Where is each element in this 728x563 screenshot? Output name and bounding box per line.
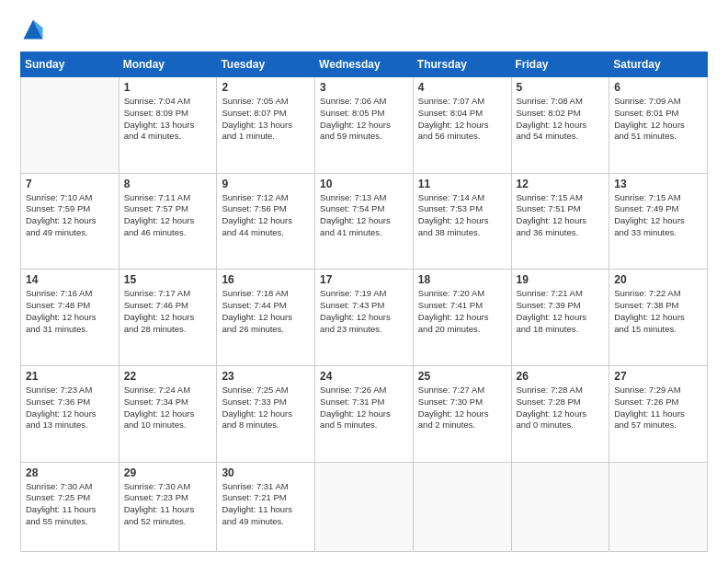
day-info: Sunrise: 7:12 AM Sunset: 7:56 PM Dayligh… [222, 192, 310, 239]
day-number: 24 [320, 370, 408, 383]
calendar-cell: 2Sunrise: 7:05 AM Sunset: 8:07 PM Daylig… [217, 77, 315, 174]
day-info: Sunrise: 7:09 AM Sunset: 8:01 PM Dayligh… [614, 96, 702, 143]
day-info: Sunrise: 7:25 AM Sunset: 7:33 PM Dayligh… [222, 385, 310, 431]
calendar-table: SundayMondayTuesdayWednesdayThursdayFrid… [20, 52, 708, 552]
calendar-week-row: 7Sunrise: 7:10 AM Sunset: 7:59 PM Daylig… [21, 173, 708, 270]
day-number: 30 [222, 466, 310, 479]
day-number: 2 [222, 81, 310, 94]
calendar-cell: 28Sunrise: 7:30 AM Sunset: 7:25 PM Dayli… [21, 462, 119, 551]
calendar-cell: 23Sunrise: 7:25 AM Sunset: 7:33 PM Dayli… [217, 365, 315, 462]
weekday-header-friday: Friday [511, 52, 609, 77]
day-number: 7 [26, 178, 114, 190]
day-number: 12 [517, 178, 605, 190]
weekday-header-thursday: Thursday [413, 52, 511, 77]
calendar-cell: 9Sunrise: 7:12 AM Sunset: 7:56 PM Daylig… [217, 173, 315, 270]
day-info: Sunrise: 7:10 AM Sunset: 7:59 PM Dayligh… [26, 192, 114, 239]
weekday-header-tuesday: Tuesday [217, 52, 315, 77]
calendar-cell: 15Sunrise: 7:17 AM Sunset: 7:46 PM Dayli… [119, 270, 217, 366]
day-number: 23 [222, 370, 310, 383]
calendar-cell [21, 77, 119, 174]
calendar-cell: 27Sunrise: 7:29 AM Sunset: 7:26 PM Dayli… [609, 365, 708, 462]
day-number: 18 [418, 273, 506, 286]
day-number: 15 [124, 273, 212, 286]
day-info: Sunrise: 7:08 AM Sunset: 8:02 PM Dayligh… [517, 96, 605, 143]
day-number: 14 [26, 273, 114, 286]
day-number: 16 [222, 273, 310, 286]
day-info: Sunrise: 7:26 AM Sunset: 7:31 PM Dayligh… [320, 385, 408, 431]
day-number: 8 [124, 178, 212, 190]
day-number: 10 [320, 178, 408, 190]
calendar-cell: 19Sunrise: 7:21 AM Sunset: 7:39 PM Dayli… [511, 270, 609, 366]
page: SundayMondayTuesdayWednesdayThursdayFrid… [0, 0, 728, 563]
day-number: 6 [614, 81, 702, 94]
day-info: Sunrise: 7:22 AM Sunset: 7:38 PM Dayligh… [614, 288, 702, 335]
day-number: 13 [614, 178, 702, 190]
day-info: Sunrise: 7:06 AM Sunset: 8:05 PM Dayligh… [320, 96, 408, 143]
day-info: Sunrise: 7:05 AM Sunset: 8:07 PM Dayligh… [222, 96, 310, 143]
calendar-header-row: SundayMondayTuesdayWednesdayThursdayFrid… [21, 52, 708, 77]
day-number: 29 [124, 466, 212, 479]
calendar-week-row: 21Sunrise: 7:23 AM Sunset: 7:36 PM Dayli… [21, 365, 708, 462]
header [20, 17, 708, 42]
calendar-cell: 4Sunrise: 7:07 AM Sunset: 8:04 PM Daylig… [413, 77, 511, 174]
calendar-week-row: 1Sunrise: 7:04 AM Sunset: 8:09 PM Daylig… [21, 77, 708, 174]
day-info: Sunrise: 7:04 AM Sunset: 8:09 PM Dayligh… [124, 96, 212, 143]
weekday-header-sunday: Sunday [21, 52, 119, 77]
calendar-cell [413, 462, 511, 551]
day-info: Sunrise: 7:21 AM Sunset: 7:39 PM Dayligh… [517, 288, 605, 335]
calendar-cell: 20Sunrise: 7:22 AM Sunset: 7:38 PM Dayli… [609, 270, 708, 366]
day-info: Sunrise: 7:30 AM Sunset: 7:25 PM Dayligh… [26, 481, 114, 528]
day-info: Sunrise: 7:23 AM Sunset: 7:36 PM Dayligh… [26, 385, 114, 431]
calendar-cell: 7Sunrise: 7:10 AM Sunset: 7:59 PM Daylig… [21, 173, 119, 270]
day-number: 17 [320, 273, 408, 286]
day-number: 21 [26, 370, 114, 383]
day-number: 27 [614, 370, 702, 383]
day-number: 3 [320, 81, 408, 94]
day-info: Sunrise: 7:15 AM Sunset: 7:49 PM Dayligh… [614, 192, 702, 239]
day-number: 9 [222, 178, 310, 190]
calendar-cell: 30Sunrise: 7:31 AM Sunset: 7:21 PM Dayli… [217, 462, 315, 551]
day-info: Sunrise: 7:30 AM Sunset: 7:23 PM Dayligh… [124, 481, 212, 528]
calendar-cell: 11Sunrise: 7:14 AM Sunset: 7:53 PM Dayli… [413, 173, 511, 270]
calendar-week-row: 28Sunrise: 7:30 AM Sunset: 7:25 PM Dayli… [21, 462, 708, 551]
calendar-cell: 24Sunrise: 7:26 AM Sunset: 7:31 PM Dayli… [315, 365, 414, 462]
day-number: 5 [517, 81, 605, 94]
calendar-cell: 6Sunrise: 7:09 AM Sunset: 8:01 PM Daylig… [609, 77, 708, 174]
calendar-cell [511, 462, 609, 551]
day-info: Sunrise: 7:20 AM Sunset: 7:41 PM Dayligh… [418, 288, 506, 335]
calendar-cell: 22Sunrise: 7:24 AM Sunset: 7:34 PM Dayli… [119, 365, 217, 462]
calendar-cell: 5Sunrise: 7:08 AM Sunset: 8:02 PM Daylig… [511, 77, 609, 174]
day-info: Sunrise: 7:24 AM Sunset: 7:34 PM Dayligh… [124, 385, 212, 431]
weekday-header-saturday: Saturday [609, 52, 708, 77]
day-number: 25 [418, 370, 506, 383]
day-number: 1 [124, 81, 212, 94]
day-info: Sunrise: 7:15 AM Sunset: 7:51 PM Dayligh… [517, 192, 605, 239]
day-number: 28 [26, 466, 114, 479]
calendar-cell [609, 462, 708, 551]
weekday-header-wednesday: Wednesday [315, 52, 414, 77]
day-info: Sunrise: 7:19 AM Sunset: 7:43 PM Dayligh… [320, 288, 408, 335]
logo [20, 17, 48, 42]
day-info: Sunrise: 7:29 AM Sunset: 7:26 PM Dayligh… [614, 385, 702, 431]
day-info: Sunrise: 7:07 AM Sunset: 8:04 PM Dayligh… [418, 96, 506, 143]
calendar-cell: 16Sunrise: 7:18 AM Sunset: 7:44 PM Dayli… [217, 270, 315, 366]
day-number: 22 [124, 370, 212, 383]
day-number: 20 [614, 273, 702, 286]
day-info: Sunrise: 7:27 AM Sunset: 7:30 PM Dayligh… [418, 385, 506, 431]
calendar-cell: 14Sunrise: 7:16 AM Sunset: 7:48 PM Dayli… [21, 270, 119, 366]
day-number: 11 [418, 178, 506, 190]
weekday-header-monday: Monday [119, 52, 217, 77]
day-info: Sunrise: 7:28 AM Sunset: 7:28 PM Dayligh… [517, 385, 605, 431]
calendar-cell: 26Sunrise: 7:28 AM Sunset: 7:28 PM Dayli… [511, 365, 609, 462]
calendar-cell: 12Sunrise: 7:15 AM Sunset: 7:51 PM Dayli… [511, 173, 609, 270]
calendar-cell: 18Sunrise: 7:20 AM Sunset: 7:41 PM Dayli… [413, 270, 511, 366]
calendar-cell: 21Sunrise: 7:23 AM Sunset: 7:36 PM Dayli… [21, 365, 119, 462]
day-number: 4 [418, 81, 506, 94]
calendar-cell: 29Sunrise: 7:30 AM Sunset: 7:23 PM Dayli… [119, 462, 217, 551]
calendar-cell [315, 462, 414, 551]
calendar-cell: 8Sunrise: 7:11 AM Sunset: 7:57 PM Daylig… [119, 173, 217, 270]
calendar-cell: 3Sunrise: 7:06 AM Sunset: 8:05 PM Daylig… [315, 77, 414, 174]
day-info: Sunrise: 7:17 AM Sunset: 7:46 PM Dayligh… [124, 288, 212, 335]
day-info: Sunrise: 7:31 AM Sunset: 7:21 PM Dayligh… [222, 481, 310, 528]
calendar-cell: 17Sunrise: 7:19 AM Sunset: 7:43 PM Dayli… [315, 270, 414, 366]
